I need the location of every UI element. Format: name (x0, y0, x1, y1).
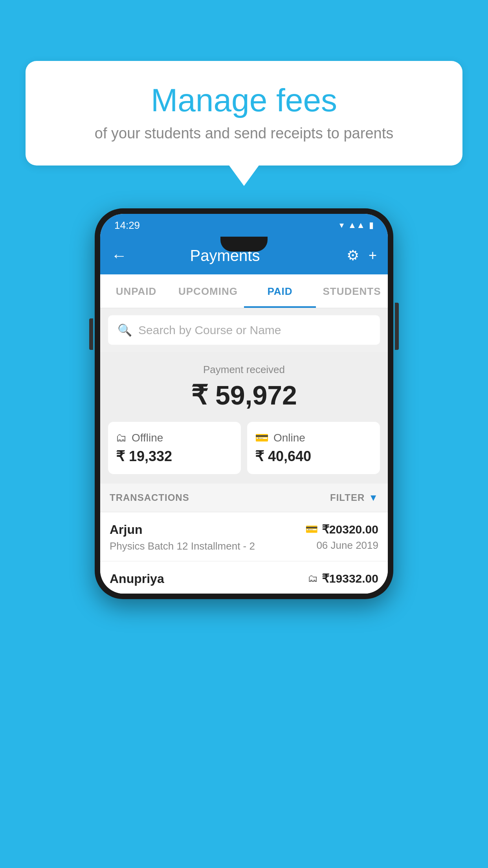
phone-outer: 14:29 ▾ ▲▲ ▮ ← Payments ⚙ + UNP (95, 208, 393, 599)
tab-students[interactable]: STUDENTS (316, 274, 388, 308)
phone-wrapper: 14:29 ▾ ▲▲ ▮ ← Payments ⚙ + UNP (95, 208, 393, 599)
online-label: Online (273, 432, 305, 444)
filter-icon: ▼ (369, 492, 378, 503)
payment-total-amount: ₹ 59,972 (108, 380, 380, 411)
tab-paid[interactable]: PAID (244, 274, 316, 308)
search-bar[interactable]: 🔍 Search by Course or Name (108, 315, 380, 345)
payment-summary-section: Payment received ₹ 59,972 (100, 352, 388, 422)
table-row[interactable]: Arjun Physics Batch 12 Installment - 2 💳… (100, 512, 388, 561)
add-button[interactable]: + (369, 247, 377, 264)
card-payment-icon: 💳 (305, 523, 318, 535)
tab-unpaid[interactable]: UNPAID (100, 274, 172, 308)
table-row[interactable]: Anupriya 🗂 ₹19332.00 (100, 561, 388, 594)
settings-button[interactable]: ⚙ (347, 247, 359, 264)
offline-icon: 🗂 (116, 431, 127, 444)
signal-icon: ▲▲ (348, 220, 365, 230)
tab-upcoming[interactable]: UPCOMING (172, 274, 244, 308)
bubble-title: Manage fees (49, 83, 439, 118)
transaction-course: Physics Batch 12 Installment - 2 (110, 540, 255, 552)
transaction-amount-row: 💳 ₹20320.00 (305, 522, 378, 536)
card-icon: 💳 (255, 431, 269, 444)
status-icons: ▾ ▲▲ ▮ (339, 220, 374, 230)
offline-payment-icon: 🗂 (308, 572, 318, 585)
notch (220, 237, 268, 252)
online-card-header: 💳 Online (255, 431, 305, 444)
search-input[interactable]: Search by Course or Name (138, 324, 281, 337)
status-bar: 14:29 ▾ ▲▲ ▮ (100, 214, 388, 237)
tabs-bar: UNPAID UPCOMING PAID STUDENTS (100, 274, 388, 308)
transaction-left: Anupriya (110, 572, 164, 589)
transaction-amount-row: 🗂 ₹19332.00 (308, 572, 378, 585)
phone-screen: 14:29 ▾ ▲▲ ▮ ← Payments ⚙ + UNP (100, 214, 388, 594)
transaction-amount: ₹20320.00 (322, 522, 378, 536)
online-amount: ₹ 40,640 (255, 448, 311, 465)
battery-icon: ▮ (369, 220, 374, 230)
offline-label: Offline (132, 432, 163, 444)
wifi-icon: ▾ (339, 220, 344, 230)
payment-received-label: Payment received (108, 364, 380, 376)
transaction-name: Arjun (110, 522, 255, 537)
transaction-right: 💳 ₹20320.00 06 June 2019 (305, 522, 378, 552)
transactions-header: TRANSACTIONS FILTER ▼ (100, 484, 388, 512)
status-time: 14:29 (114, 219, 140, 232)
filter-button[interactable]: FILTER ▼ (330, 492, 378, 503)
payment-cards-row: 🗂 Offline ₹ 19,332 💳 Online ₹ 40,640 (100, 422, 388, 484)
speech-bubble-container: Manage fees of your students and send re… (26, 61, 462, 166)
app-bar-icons: ⚙ + (347, 247, 377, 264)
transaction-right: 🗂 ₹19332.00 (308, 572, 378, 588)
transaction-name: Anupriya (110, 572, 164, 586)
offline-card-header: 🗂 Offline (116, 431, 163, 444)
search-container: 🔍 Search by Course or Name (100, 308, 388, 352)
filter-label: FILTER (330, 492, 365, 503)
offline-amount: ₹ 19,332 (116, 448, 172, 465)
bubble-subtitle: of your students and send receipts to pa… (49, 125, 439, 142)
speech-bubble: Manage fees of your students and send re… (26, 61, 462, 166)
online-card: 💳 Online ₹ 40,640 (247, 422, 380, 474)
transactions-label: TRANSACTIONS (110, 492, 189, 503)
transaction-left: Arjun Physics Batch 12 Installment - 2 (110, 522, 255, 552)
transaction-date: 06 June 2019 (305, 539, 378, 552)
search-icon: 🔍 (117, 323, 132, 337)
transaction-amount: ₹19332.00 (322, 572, 378, 585)
offline-card: 🗂 Offline ₹ 19,332 (108, 422, 241, 474)
